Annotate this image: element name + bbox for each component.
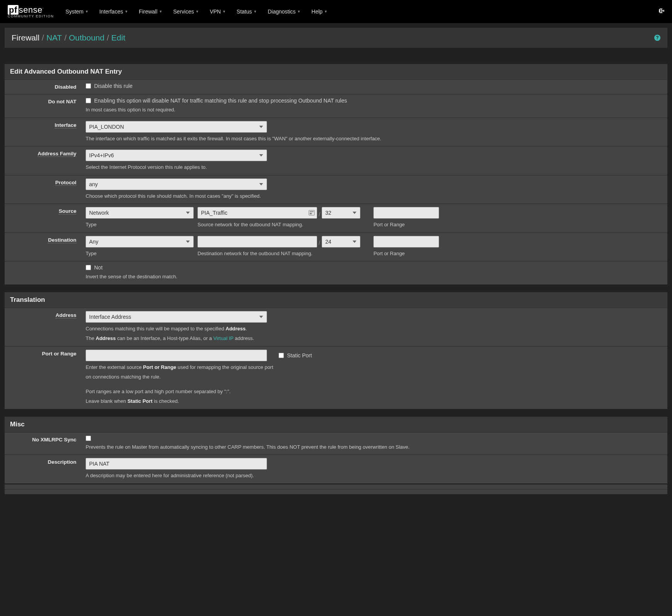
noxml-help: Prevents the rule on Master from automat… <box>86 443 664 451</box>
trans-help1: Connections matching this rule will be m… <box>86 325 664 333</box>
source-type-select[interactable]: Network <box>86 207 194 219</box>
protocol-help: Choose which protocol this rule should m… <box>86 192 664 200</box>
donotnat-help: In most cases this option is not require… <box>86 106 664 114</box>
crumb-edit[interactable]: Edit <box>111 33 125 42</box>
caret-icon: ▼ <box>253 10 257 13</box>
nav-vpn[interactable]: VPN▼ <box>210 8 226 15</box>
nav-diagnostics[interactable]: Diagnostics▼ <box>268 8 301 15</box>
caret-icon: ▼ <box>85 10 89 13</box>
trans-help2: The Address can be an Interface, a Host-… <box>86 335 664 342</box>
label-addrfam: Address Family <box>5 146 82 175</box>
label-donotnat: Do not NAT <box>5 94 82 118</box>
nav-status[interactable]: Status▼ <box>236 8 257 15</box>
nav-help[interactable]: Help▼ <box>311 8 328 15</box>
source-port-input[interactable] <box>373 207 439 219</box>
noxml-checkbox[interactable] <box>86 436 91 441</box>
not-label: Not <box>94 264 103 271</box>
crumb-nat[interactable]: NAT <box>46 33 62 42</box>
disabled-text: Disable this rule <box>94 83 133 89</box>
label-disabled: Disabled <box>5 80 82 94</box>
source-network-input[interactable] <box>198 207 317 219</box>
logo-pf: pf <box>8 5 19 15</box>
caret-icon: ▼ <box>222 10 226 13</box>
translation-address-select[interactable]: Interface Address <box>86 311 267 323</box>
disabled-checkbox[interactable] <box>86 83 91 89</box>
label-protocol: Protocol <box>5 175 82 204</box>
caret-icon: ▼ <box>159 10 162 13</box>
label-destination: Destination <box>5 233 82 261</box>
crumb-outbound[interactable]: Outbound <box>69 33 104 42</box>
label-interface: Interface <box>5 118 82 146</box>
nav-items: System▼ Interfaces▼ Firewall▼ Services▼ … <box>66 8 658 15</box>
caret-icon: ▼ <box>324 10 328 13</box>
nav-firewall[interactable]: Firewall▼ <box>139 8 162 15</box>
interface-help: The interface on which traffic is matche… <box>86 135 664 143</box>
breadcrumb: Firewall / NAT / Outbound / Edit ? <box>5 28 667 48</box>
dest-mask-select[interactable]: 24 <box>322 236 360 247</box>
label-source: Source <box>5 204 82 232</box>
addrfam-select[interactable]: IPv4+IPv6 <box>86 150 267 161</box>
source-mask-select[interactable]: 32 <box>322 207 360 219</box>
label-portrange: Port or Range <box>5 347 82 409</box>
crumb-firewall[interactable]: Firewall <box>12 33 39 42</box>
panel-misc: Misc No XMLRPC Sync Prevents the rule on… <box>5 417 667 483</box>
donotnat-text: Enabling this option will disable NAT fo… <box>94 98 347 104</box>
nav-interfaces[interactable]: Interfaces▼ <box>99 8 128 15</box>
staticport-checkbox[interactable] <box>279 353 284 358</box>
dest-type-select[interactable]: Any <box>86 236 194 247</box>
not-help: Invert the sense of the destination matc… <box>86 273 664 281</box>
navbar: pfsense. COMMUNITY EDITION System▼ Inter… <box>0 0 672 23</box>
virtual-ip-link[interactable]: Virtual IP <box>213 335 233 341</box>
dest-network-input[interactable] <box>198 236 317 247</box>
label-description: Description <box>5 455 82 483</box>
panel-translation: Translation Address Interface Address Co… <box>5 292 667 409</box>
logo-subtitle: COMMUNITY EDITION <box>8 14 54 18</box>
description-input[interactable] <box>86 458 267 470</box>
caret-icon: ▼ <box>196 10 199 13</box>
label-noxml: No XMLRPC Sync <box>5 433 82 455</box>
panel-title: Misc <box>5 417 667 432</box>
panel-title: Edit Advanced Outbound NAT Entry <box>5 64 667 79</box>
dest-port-input[interactable] <box>373 236 439 247</box>
desc-help: A description may be entered here for ad… <box>86 472 664 480</box>
logout-icon[interactable] <box>658 8 664 15</box>
panel-edit: Edit Advanced Outbound NAT Entry Disable… <box>5 64 667 284</box>
port-input[interactable] <box>86 350 267 361</box>
logo[interactable]: pfsense. COMMUNITY EDITION <box>8 5 54 18</box>
caret-icon: ▼ <box>125 10 128 13</box>
nav-system[interactable]: System▼ <box>66 8 89 15</box>
donotnat-checkbox[interactable] <box>86 98 91 103</box>
nav-services[interactable]: Services▼ <box>173 8 199 15</box>
alias-icon <box>309 210 315 215</box>
caret-icon: ▼ <box>297 10 301 13</box>
logo-sense: sense <box>19 5 42 15</box>
addrfam-help: Select the Internet Protocol version thi… <box>86 163 664 171</box>
panel-title: Translation <box>5 292 667 308</box>
label-address: Address <box>5 308 82 346</box>
protocol-select[interactable]: any <box>86 178 267 190</box>
footer-bars <box>5 484 667 494</box>
help-icon[interactable]: ? <box>654 35 660 41</box>
interface-select[interactable]: PIA_LONDON <box>86 121 267 133</box>
staticport-label: Static Port <box>287 352 312 358</box>
not-checkbox[interactable] <box>86 265 91 270</box>
